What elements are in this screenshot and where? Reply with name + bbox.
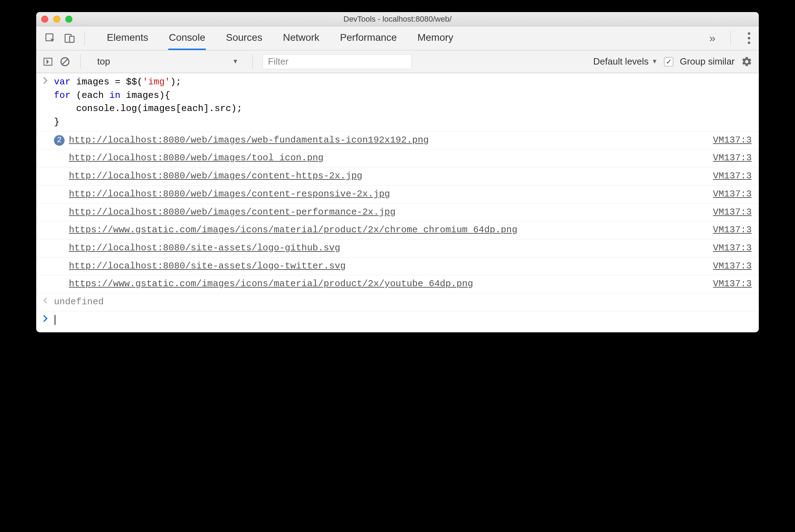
log-level-select[interactable]: Default levels ▼: [593, 56, 658, 67]
console-settings-icon[interactable]: [741, 54, 752, 70]
log-url-link[interactable]: http://localhost:8080/web/images/tool_ic…: [69, 153, 324, 163]
console-log-row: https://www.gstatic.com/images/icons/mat…: [36, 221, 759, 239]
clear-console-icon[interactable]: [60, 54, 70, 70]
inspect-element-icon[interactable]: [43, 31, 58, 46]
repeat-count-badge: 2: [54, 135, 65, 146]
log-gutter: [41, 134, 50, 135]
log-content: https://www.gstatic.com/images/icons/mat…: [54, 277, 752, 291]
console-prompt-input[interactable]: [54, 314, 752, 327]
check-icon: ✓: [666, 57, 672, 66]
console-prompt-row[interactable]: [36, 311, 759, 329]
context-label: top: [97, 56, 110, 67]
filter-input[interactable]: [263, 54, 412, 69]
log-source-link[interactable]: VM137:3: [706, 260, 752, 273]
log-gutter: [41, 242, 50, 243]
log-gutter: [41, 260, 50, 261]
log-url-link[interactable]: http://localhost:8080/web/images/web-fun…: [69, 135, 429, 145]
traffic-lights: [41, 16, 72, 23]
tab-network[interactable]: Network: [282, 26, 320, 50]
output-chevron-icon: [41, 295, 50, 304]
log-content: https://www.gstatic.com/images/icons/mat…: [54, 223, 752, 237]
log-url-link[interactable]: https://www.gstatic.com/images/icons/mat…: [69, 225, 517, 235]
tab-console[interactable]: Console: [168, 26, 206, 50]
tabs: ElementsConsoleSourcesNetworkPerformance…: [106, 26, 454, 50]
chevron-down-icon: ▼: [652, 58, 658, 65]
console-log-row: http://localhost:8080/web/images/content…: [36, 167, 759, 185]
toggle-sidebar-icon[interactable]: [43, 54, 53, 70]
log-message: http://localhost:8080/site-assets/logo-g…: [69, 242, 702, 255]
input-chevron-icon: [41, 76, 50, 84]
console-toolbar: top ▼ Default levels ▼ ✓ Group similar: [36, 50, 759, 73]
undefined-value: undefined: [54, 295, 752, 309]
log-message: http://localhost:8080/site-assets/logo-t…: [69, 260, 702, 273]
log-url-link[interactable]: http://localhost:8080/web/images/content…: [69, 189, 390, 199]
console-log-row: http://localhost:8080/web/images/content…: [36, 204, 759, 222]
log-source-link[interactable]: VM137:3: [706, 223, 752, 237]
tab-elements[interactable]: Elements: [106, 26, 149, 50]
devtools-window: DevTools - localhost:8080/web/ ElementsC…: [36, 12, 759, 332]
svg-line-5: [62, 59, 68, 64]
console-log-row: http://localhost:8080/site-assets/logo-g…: [36, 239, 759, 257]
overflow-tabs-icon[interactable]: »: [709, 32, 716, 45]
log-url-link[interactable]: http://localhost:8080/site-assets/logo-t…: [69, 261, 346, 271]
log-content: http://localhost:8080/web/images/content…: [54, 170, 752, 183]
log-message: https://www.gstatic.com/images/icons/mat…: [69, 223, 702, 237]
log-content: http://localhost:8080/site-assets/logo-t…: [54, 260, 752, 273]
console-log-row: http://localhost:8080/site-assets/logo-t…: [36, 257, 759, 276]
log-url-link[interactable]: https://www.gstatic.com/images/icons/mat…: [69, 278, 473, 289]
log-gutter: [41, 223, 50, 225]
device-toggle-icon[interactable]: [62, 31, 77, 46]
console-log-row: 2http://localhost:8080/web/images/web-fu…: [36, 132, 759, 150]
log-content: http://localhost:8080/web/images/content…: [54, 206, 752, 219]
log-message: http://localhost:8080/web/images/web-fun…: [69, 134, 702, 147]
svg-point-6: [43, 300, 45, 301]
tabs-toolbar: ElementsConsoleSourcesNetworkPerformance…: [36, 26, 759, 50]
console-log-row: https://www.gstatic.com/images/icons/mat…: [36, 275, 759, 293]
log-gutter: [41, 151, 50, 153]
window-title: DevTools - localhost:8080/web/: [36, 15, 759, 24]
log-url-link[interactable]: http://localhost:8080/web/images/content…: [69, 171, 362, 181]
log-source-link[interactable]: VM137:3: [706, 242, 752, 255]
divider: [730, 31, 731, 45]
log-url-link[interactable]: http://localhost:8080/web/images/content…: [69, 207, 396, 217]
prompt-chevron-icon: [41, 314, 50, 322]
divider: [80, 55, 81, 69]
log-source-link[interactable]: VM137:3: [706, 170, 752, 183]
log-message: https://www.gstatic.com/images/icons/mat…: [69, 277, 702, 291]
log-source-link[interactable]: VM137:3: [706, 277, 752, 291]
execution-context-select[interactable]: top ▼: [93, 54, 242, 69]
log-message: http://localhost:8080/web/images/content…: [69, 170, 702, 183]
tab-performance[interactable]: Performance: [339, 26, 398, 50]
tab-memory[interactable]: Memory: [417, 26, 454, 50]
divider: [252, 55, 253, 69]
svg-rect-2: [70, 36, 74, 42]
level-label: Default levels: [593, 56, 649, 67]
return-value-row: undefined: [36, 293, 759, 311]
log-content: 2http://localhost:8080/web/images/web-fu…: [54, 134, 752, 147]
tab-sources[interactable]: Sources: [225, 26, 263, 50]
log-source-link[interactable]: VM137:3: [706, 206, 752, 219]
log-source-link[interactable]: VM137:3: [706, 188, 752, 201]
console-log-row: http://localhost:8080/web/images/content…: [36, 185, 759, 204]
minimize-icon[interactable]: [53, 16, 60, 23]
log-source-link[interactable]: VM137:3: [706, 134, 752, 147]
console-output: var images = $$('img'); for (each in ima…: [36, 73, 759, 332]
group-similar-checkbox[interactable]: ✓: [664, 57, 673, 66]
log-gutter: [41, 170, 50, 171]
log-message: http://localhost:8080/web/images/tool_ic…: [69, 151, 702, 165]
log-content: http://localhost:8080/web/images/tool_ic…: [54, 151, 752, 165]
group-similar-label: Group similar: [680, 56, 735, 67]
log-gutter: [41, 206, 50, 207]
zoom-icon[interactable]: [65, 16, 72, 23]
log-url-link[interactable]: http://localhost:8080/site-assets/logo-g…: [69, 243, 340, 253]
close-icon[interactable]: [41, 16, 48, 23]
log-source-link[interactable]: VM137:3: [706, 151, 752, 165]
kebab-menu-icon[interactable]: [746, 30, 752, 46]
console-log-row: http://localhost:8080/web/images/tool_ic…: [36, 149, 759, 167]
log-message: http://localhost:8080/web/images/content…: [69, 206, 702, 219]
log-gutter: [41, 188, 50, 189]
log-gutter: [41, 277, 50, 279]
log-content: http://localhost:8080/web/images/content…: [54, 188, 752, 201]
log-content: http://localhost:8080/site-assets/logo-g…: [54, 242, 752, 255]
divider: [84, 31, 85, 45]
